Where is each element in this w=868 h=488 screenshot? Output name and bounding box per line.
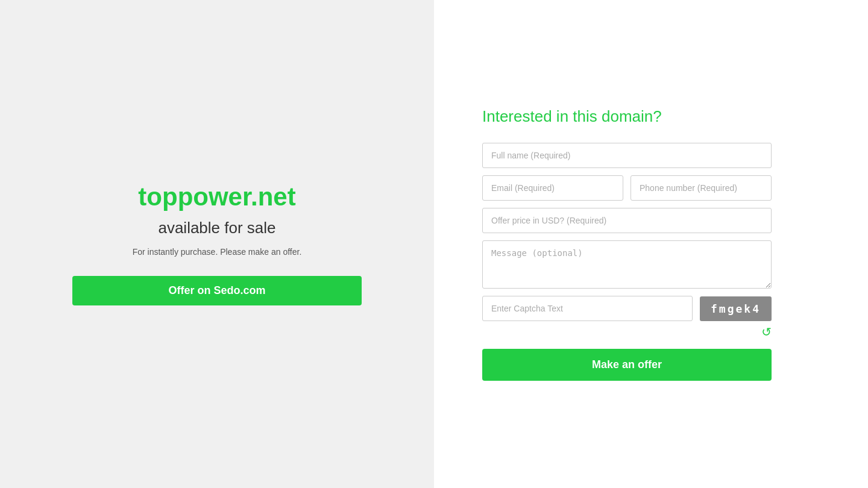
message-textarea[interactable] (482, 240, 772, 289)
captcha-row: fmgek4 (482, 296, 772, 321)
captcha-refresh-row: ↻ (482, 325, 772, 339)
captcha-refresh-icon[interactable]: ↻ (761, 325, 772, 339)
subtext: For instantly purchase. Please make an o… (133, 247, 302, 257)
offer-sedo-button[interactable]: Offer on Sedo.com (72, 276, 362, 305)
full-name-input[interactable] (482, 143, 772, 168)
phone-input[interactable] (631, 175, 772, 201)
domain-name: toppower.net (138, 183, 295, 211)
form-title: Interested in this domain? (482, 107, 662, 126)
left-panel: toppower.net available for sale For inst… (0, 0, 434, 488)
available-text: available for sale (158, 219, 275, 237)
email-phone-row (482, 175, 772, 201)
captcha-input[interactable] (482, 296, 693, 321)
make-offer-button[interactable]: Make an offer (482, 349, 772, 381)
right-panel: Interested in this domain? fmgek4 ↻ Make… (434, 0, 868, 488)
form-container: fmgek4 ↻ Make an offer (482, 143, 772, 381)
email-input[interactable] (482, 175, 623, 201)
captcha-image: fmgek4 (700, 296, 772, 321)
offer-price-input[interactable] (482, 208, 772, 233)
